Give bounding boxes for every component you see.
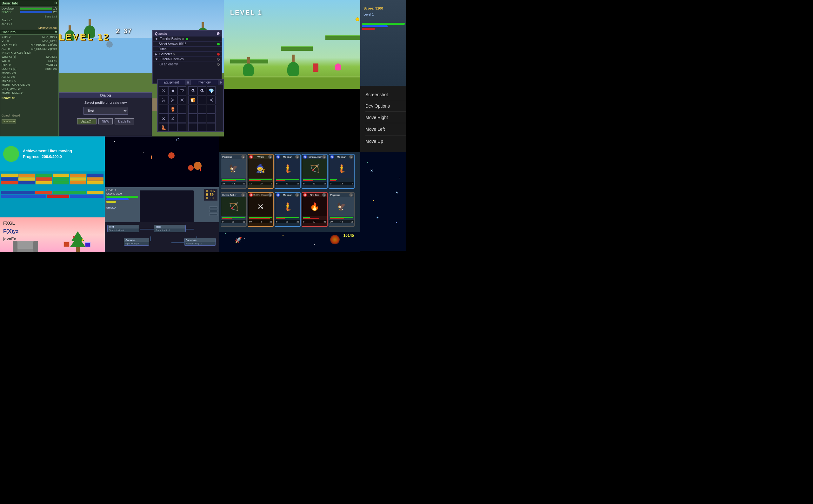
equip-slot-3[interactable]: 🛡	[177, 86, 186, 95]
tree-layer-2	[70, 236, 86, 247]
equip-slot-10[interactable]: ⚔	[159, 114, 168, 123]
sp-enemy-1	[168, 152, 175, 159]
ss2-ship-3: ✦	[376, 216, 379, 219]
quest-tutorial-basics[interactable]: ▼ Tutorial Basics ✕	[153, 36, 222, 42]
node-content-1: Simple text tool	[109, 229, 137, 231]
inv-grid: ⚗ ⚗ 💎 🍞 ⚔	[188, 86, 216, 132]
brick-8	[18, 177, 35, 181]
card-footer-8: 62525	[275, 220, 300, 223]
sp-star-1	[114, 141, 115, 142]
gift-1	[63, 242, 70, 247]
brick-20	[35, 191, 52, 194]
equip-slot-13[interactable]: 👢	[159, 123, 168, 132]
quests-header: Quests ⊖	[153, 31, 222, 36]
equip-close-icon[interactable]: ⊖	[185, 80, 190, 85]
rpg-close-icon[interactable]: ⊖	[54, 1, 57, 5]
inv-close-icon[interactable]: ⊖	[218, 80, 223, 85]
card-badge-5: C	[330, 155, 334, 159]
card-footer-10: 104315	[329, 220, 354, 223]
dialog-select-button[interactable]: SELECT	[77, 118, 97, 124]
node-box-text1[interactable]: Text Simple text tool	[107, 225, 139, 232]
scroller-btn-3[interactable]	[210, 213, 217, 216]
rpg-mdef: MDEF: 1	[46, 63, 57, 67]
inv-slot-9[interactable]	[207, 105, 216, 114]
node-box-text2[interactable]: Text Some text tool	[154, 225, 186, 232]
card-header-3: C Merman 1	[275, 155, 300, 159]
rpg-spregen: SP_REGEN: 2 p/sec	[31, 47, 57, 51]
node-box-connect[interactable]: Connect Input ▪ Output	[124, 238, 149, 246]
inv-slot-1[interactable]: ⚗	[188, 86, 197, 95]
card-pegasus-1[interactable]: Pegasus 1 🦅 104315	[221, 154, 247, 189]
inv-slot-12[interactable]	[207, 114, 216, 123]
inv-slot-13[interactable]	[188, 123, 197, 132]
card-img-1: 🦅	[221, 159, 246, 178]
tab-inventory[interactable]: Inventory	[190, 80, 218, 85]
brick-15	[36, 181, 52, 184]
inv-slot-6[interactable]: ⚔	[207, 96, 216, 104]
card-pegasus-2[interactable]: Pegasus 1 🦅 104315	[329, 192, 355, 227]
inv-slot-5[interactable]	[197, 96, 206, 104]
rpg-novice-label: NOVICE	[2, 10, 19, 14]
card-archer-1[interactable]: C Human Archer 1 🏹 92511	[302, 154, 328, 189]
card-merman-3[interactable]: C Merman 1 🧜 62525	[275, 192, 301, 227]
inv-slot-15[interactable]	[207, 123, 216, 132]
inv-slot-11[interactable]	[197, 114, 206, 123]
shortcut-moveright-label: Move Right	[365, 115, 388, 120]
sb-score: 10145	[343, 233, 354, 238]
inv-slot-8[interactable]	[197, 105, 206, 114]
tree-1	[65, 25, 75, 41]
dialog-dropdown[interactable]: Test	[83, 107, 128, 115]
inv-slot-2[interactable]: ⚗	[197, 86, 206, 95]
equip-slot-15[interactable]	[177, 123, 186, 132]
quest-x-icon[interactable]: ✕	[182, 37, 184, 41]
card-merman-1[interactable]: C Merman 1 🧜 62511	[275, 154, 301, 189]
rpg-char-close-icon[interactable]: ⊖	[55, 30, 57, 34]
equip-slot-11[interactable]: ⚔	[168, 114, 177, 123]
equip-slot-6[interactable]: ⚔	[177, 96, 186, 104]
scroller-btn-2[interactable]	[210, 210, 217, 212]
quest-tutorial-enemies[interactable]: ▼ Tutorial Enemies	[153, 57, 222, 62]
scroller-hud: LEVEL 1 SCORE 3100	[106, 189, 138, 203]
equip-slot-1[interactable]: ⚔	[159, 86, 168, 95]
equip-slot-8[interactable]: 🏺	[168, 105, 177, 114]
card-archer-2[interactable]: Human Archer 1 🏹 92511	[221, 192, 247, 227]
inv-slot-4[interactable]: 🍞	[188, 96, 197, 104]
rpg-char-info-header: Char Info ⊖	[0, 30, 58, 35]
quest-gatherer-x[interactable]: ✕	[173, 53, 176, 56]
inv-slot-3[interactable]: 💎	[207, 86, 216, 95]
dialog-delete-button[interactable]: DELETE	[115, 118, 134, 124]
quests-close-icon[interactable]: ⊖	[217, 31, 220, 36]
card-stats-8	[275, 216, 300, 220]
equip-slot-5[interactable]: ⚔	[168, 96, 177, 104]
inv-slot-14[interactable]	[197, 123, 206, 132]
equip-slot-9[interactable]	[177, 105, 186, 114]
quest-gatherer[interactable]: ▶ Gatherer ✕	[153, 52, 222, 57]
equip-slot-14[interactable]	[168, 123, 177, 132]
equip-slot-7[interactable]	[159, 105, 168, 114]
rpg-money-display: Money: 9999G	[0, 26, 58, 30]
equip-slot-12[interactable]	[177, 114, 186, 123]
health-bar-3	[362, 28, 375, 30]
card-firebird[interactable]: C Fire Bird 1 🔥 52035	[302, 192, 328, 227]
inv-slot-7[interactable]	[188, 105, 197, 114]
tree-2	[84, 19, 95, 38]
card-header-1: Pegasus 1	[221, 155, 246, 159]
card-stats-5	[329, 178, 354, 182]
equip-slot-2[interactable]: 🗡	[168, 86, 177, 95]
scroller-btn-1[interactable]	[210, 206, 217, 209]
card-brut[interactable]: C Brut the Chopper 1 ⚔ 697325	[248, 192, 274, 227]
scroller-bar-blue	[106, 198, 129, 200]
tab-equipment[interactable]: Equipment	[158, 80, 185, 85]
rpg-basic-info-header: Basic Info ⊖	[0, 0, 58, 6]
card-merman-2[interactable]: C Merman 1 🧜 5135	[329, 154, 355, 189]
shortcut-moveleft-label: Move Left	[365, 127, 385, 132]
card-header-9: C Fire Bird 1	[302, 193, 327, 197]
dialog-new-button[interactable]: NEW	[98, 118, 113, 124]
node-box-function[interactable]: Function RandomText(...)	[184, 238, 216, 246]
inv-slot-10[interactable]	[188, 114, 197, 123]
rpg-sp-fill	[20, 11, 52, 13]
brick-row-5	[1, 195, 103, 198]
brick-17	[70, 181, 86, 184]
equip-slot-4[interactable]: ⚔	[159, 96, 168, 104]
card-witch-1[interactable]: C Witch 1 🧙 12255	[248, 154, 274, 189]
